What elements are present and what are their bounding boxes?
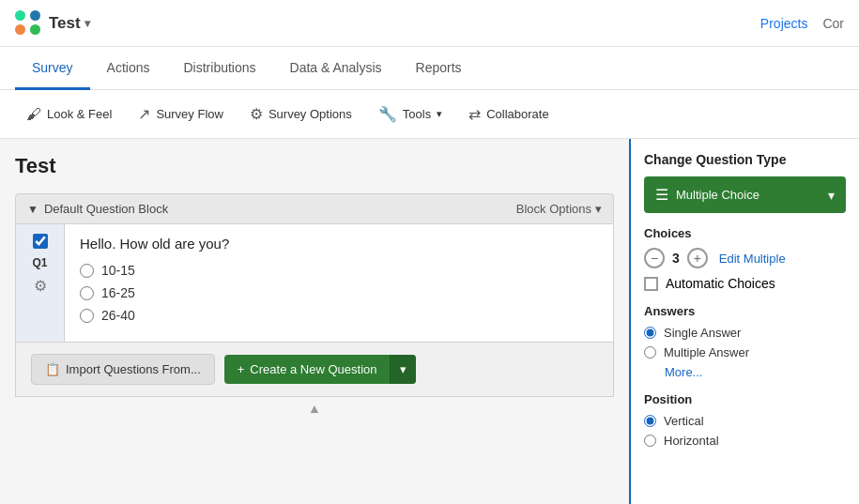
logo-area: Test ▾: [15, 10, 90, 37]
paint-icon: 🖌: [26, 106, 41, 123]
multiple-choice-icon: ☰: [655, 186, 668, 204]
change-question-type-title: Change Question Type: [644, 152, 846, 167]
collaborate-button[interactable]: ⇄ Collaborate: [457, 99, 560, 129]
question-text: Hello. How old are you?: [80, 236, 598, 252]
horizontal-radio[interactable]: [644, 435, 656, 447]
look-feel-label: Look & Feel: [47, 107, 112, 121]
block-options-chevron-icon: ▾: [595, 202, 602, 216]
question-left-col: Q1 ⚙: [16, 224, 65, 342]
answer-option-1: 10-15: [80, 263, 598, 278]
create-question-button[interactable]: + Create a New Question: [224, 355, 391, 384]
choices-count: 3: [672, 251, 680, 266]
survey-options-label: Survey Options: [268, 107, 352, 121]
tab-data-analysis[interactable]: Data & Analysis: [273, 47, 399, 90]
qt-dropdown-chevron-icon: ▾: [828, 188, 835, 203]
flow-icon: ↗: [138, 105, 150, 123]
app-name-label: Test: [49, 14, 81, 33]
question-type-dropdown[interactable]: ☰ Multiple Choice ▾: [644, 176, 846, 213]
position-section-title: Position: [644, 392, 846, 406]
vertical-radio[interactable]: [644, 415, 656, 427]
look-feel-button[interactable]: 🖌 Look & Feel: [15, 100, 123, 129]
horizontal-row: Horizontal: [644, 434, 846, 448]
multiple-answer-label: Multiple Answer: [664, 345, 749, 359]
survey-flow-label: Survey Flow: [156, 107, 223, 121]
scroll-area: ▲: [15, 397, 614, 420]
tools-button[interactable]: 🔧 Tools ▾: [367, 99, 453, 129]
decrease-choices-button[interactable]: −: [644, 248, 665, 268]
edit-multiple-link[interactable]: Edit Multiple: [719, 252, 786, 266]
question-type-label: Multiple Choice: [676, 188, 759, 202]
choices-row: − 3 + Edit Multiple: [644, 248, 846, 268]
answer-option-3: 26-40: [80, 308, 598, 323]
block-options-label: Block Options: [516, 202, 591, 216]
answer-label-2: 16-25: [101, 285, 135, 300]
question-checkbox[interactable]: [33, 234, 48, 249]
scroll-up-icon[interactable]: ▲: [308, 401, 321, 416]
dot-4: [30, 24, 40, 35]
collaborate-label: Collaborate: [486, 107, 549, 121]
title-chevron-icon: ▾: [84, 17, 90, 30]
tab-actions[interactable]: Actions: [90, 47, 167, 90]
answer-radio-3[interactable]: [80, 309, 94, 323]
question-body: Hello. How old are you? 10-15 16-25 26-4…: [65, 224, 613, 342]
app-title[interactable]: Test ▾: [49, 14, 90, 33]
tools-icon: 🔧: [378, 105, 397, 123]
answer-radio-2[interactable]: [80, 286, 94, 300]
auto-choices-checkbox[interactable]: [644, 277, 658, 291]
toolbar: 🖌 Look & Feel ↗ Survey Flow ⚙ Survey Opt…: [0, 90, 859, 139]
question-gear-icon[interactable]: ⚙: [34, 277, 47, 295]
question-type-dropdown-left: ☰ Multiple Choice: [655, 186, 759, 204]
block-header: ▼ Default Question Block Block Options ▾: [15, 193, 614, 224]
single-answer-row: Single Answer: [644, 326, 846, 340]
block-collapse-icon[interactable]: ▼: [27, 203, 38, 216]
tab-distributions[interactable]: Distributions: [167, 47, 273, 90]
increase-choices-button[interactable]: +: [687, 248, 708, 268]
logo-dots: [15, 10, 41, 37]
multiple-answer-row: Multiple Answer: [644, 345, 846, 359]
block-title-area: ▼ Default Question Block: [27, 202, 168, 216]
more-link[interactable]: More...: [665, 365, 846, 379]
left-panel: Test ▼ Default Question Block Block Opti…: [0, 139, 629, 504]
choices-section-title: Choices: [644, 226, 846, 240]
auto-choices-label: Automatic Choices: [666, 276, 775, 291]
import-label: Import Questions From...: [66, 362, 201, 376]
block-title-label: Default Question Block: [44, 202, 168, 216]
share-icon: ⇄: [468, 105, 481, 123]
tools-label: Tools: [403, 107, 431, 121]
auto-choices-row: Automatic Choices: [644, 276, 846, 291]
survey-title: Test: [15, 154, 614, 178]
dot-3: [15, 24, 25, 35]
question-area: Q1 ⚙ Hello. How old are you? 10-15 16-25…: [15, 224, 614, 343]
position-section: Position Vertical Horizontal: [644, 392, 846, 448]
projects-link[interactable]: Projects: [760, 16, 808, 31]
survey-options-button[interactable]: ⚙ Survey Options: [238, 99, 363, 129]
horizontal-label: Horizontal: [664, 434, 719, 448]
topbar: Test ▾ Projects Cor: [0, 0, 859, 47]
answer-option-2: 16-25: [80, 285, 598, 300]
import-questions-button[interactable]: 📋 Import Questions From...: [31, 354, 215, 385]
single-answer-radio[interactable]: [644, 327, 656, 339]
tools-chevron-icon: ▾: [437, 108, 442, 120]
tab-reports[interactable]: Reports: [399, 47, 479, 90]
bottom-bar: 📋 Import Questions From... + Create a Ne…: [15, 343, 614, 397]
dropdown-chevron-icon: ▾: [400, 362, 406, 376]
survey-flow-button[interactable]: ↗ Survey Flow: [127, 99, 235, 129]
single-answer-label: Single Answer: [664, 326, 741, 340]
import-icon: 📋: [45, 362, 60, 376]
answers-section: Answers Single Answer Multiple Answer Mo…: [644, 304, 846, 379]
right-panel: Change Question Type ☰ Multiple Choice ▾…: [629, 139, 859, 504]
block-options-button[interactable]: Block Options ▾: [516, 202, 602, 216]
create-question-arrow-button[interactable]: ▾: [390, 355, 416, 384]
answer-radio-1[interactable]: [80, 264, 94, 278]
vertical-row: Vertical: [644, 414, 846, 428]
create-label: Create a New Question: [250, 362, 376, 376]
tab-survey[interactable]: Survey: [15, 47, 90, 90]
vertical-label: Vertical: [664, 414, 704, 428]
answer-label-3: 26-40: [101, 308, 135, 323]
dot-1: [15, 10, 25, 21]
plus-icon: +: [238, 362, 245, 376]
gear-icon: ⚙: [250, 105, 263, 123]
main-content: Test ▼ Default Question Block Block Opti…: [0, 139, 859, 504]
create-question-button-group: + Create a New Question ▾: [224, 355, 417, 384]
multiple-answer-radio[interactable]: [644, 346, 656, 359]
